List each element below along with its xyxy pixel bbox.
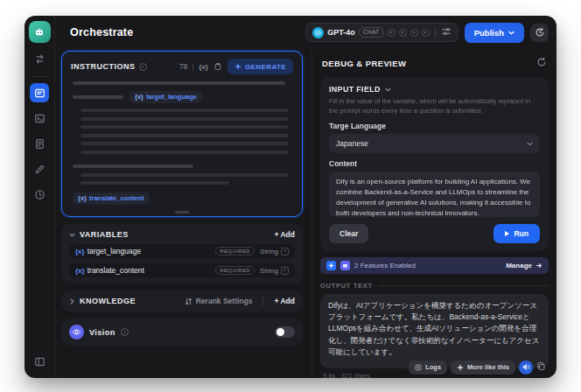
instructions-title: INSTRUCTIONS bbox=[71, 62, 136, 71]
model-capability-icon bbox=[388, 29, 396, 37]
header-divider bbox=[262, 297, 263, 305]
openai-logo-icon bbox=[312, 27, 324, 38]
info-icon: i bbox=[139, 63, 147, 71]
knowledge-title: KNOWLEDGE bbox=[80, 297, 136, 305]
required-badge: REQUIRED bbox=[215, 247, 255, 256]
variable-type: String bbox=[260, 267, 278, 275]
app-window: Orchestrate GPT-4o CHAT bbox=[24, 16, 556, 378]
copy-prompt-icon[interactable] bbox=[214, 59, 222, 74]
input-field-description: Fill in the value of the variable, which… bbox=[329, 97, 540, 116]
variable-row[interactable]: {x} target_language REQUIRED String bbox=[69, 244, 295, 258]
tool-divider bbox=[192, 63, 193, 71]
model-capability-icon bbox=[422, 29, 430, 37]
manage-features-button[interactable]: Manage bbox=[506, 262, 542, 270]
variable-row[interactable]: {x} translate_content REQUIRED String bbox=[69, 263, 295, 277]
page-title: Orchestrate bbox=[70, 26, 133, 38]
output-text-title: OUTPUT TEXT bbox=[320, 282, 373, 290]
copy-output-icon[interactable] bbox=[536, 360, 546, 374]
publish-label: Publish bbox=[474, 28, 504, 38]
variable-name: translate_content bbox=[88, 266, 144, 275]
model-capability-icon bbox=[410, 29, 418, 37]
chevron-down-icon bbox=[527, 142, 533, 146]
chevron-down-icon[interactable] bbox=[385, 88, 391, 92]
vision-label: Vision bbox=[89, 328, 116, 337]
variable-token: {x} bbox=[75, 267, 85, 275]
debug-preview-title: DEBUG & PREVIEW bbox=[322, 59, 406, 68]
variable-token: {x} bbox=[75, 248, 85, 256]
variable-name: target_language bbox=[88, 247, 141, 256]
variable-chip-translate-content[interactable]: {x}translate_content bbox=[73, 192, 150, 205]
generate-button[interactable]: GENERATE bbox=[228, 59, 293, 74]
run-label: Run bbox=[514, 229, 528, 238]
add-variable-button[interactable]: + Add bbox=[274, 230, 295, 239]
output-divider bbox=[379, 285, 549, 286]
app-logo-robot-icon[interactable] bbox=[29, 21, 51, 43]
more-like-this-button[interactable]: More like this bbox=[451, 360, 515, 374]
insert-variable-button[interactable]: {x} bbox=[199, 63, 208, 71]
sidebar-item-orchestrate[interactable] bbox=[30, 83, 49, 102]
logs-button[interactable]: Logs bbox=[409, 360, 447, 374]
version-history-icon[interactable] bbox=[530, 24, 549, 42]
clear-button[interactable]: Clear bbox=[329, 224, 368, 243]
variable-type: String bbox=[260, 248, 278, 256]
required-badge: REQUIRED bbox=[215, 266, 255, 275]
chevron-down-icon[interactable] bbox=[69, 233, 75, 237]
publish-button[interactable]: Publish bbox=[465, 23, 524, 43]
selected-language: Japanese bbox=[336, 139, 368, 148]
nav-rail bbox=[24, 16, 55, 378]
rerank-icon bbox=[185, 298, 192, 305]
rerank-settings-button[interactable]: Rerank Settings bbox=[185, 297, 253, 305]
feature-sparkle-icon bbox=[326, 261, 336, 270]
sparkle-icon bbox=[234, 63, 242, 70]
collapse-panel-icon[interactable] bbox=[30, 352, 49, 371]
feature-agent-icon bbox=[340, 261, 350, 270]
swap-model-icon[interactable] bbox=[30, 49, 49, 68]
main-area: Orchestrate GPT-4o CHAT bbox=[55, 16, 556, 378]
char-count: 78 bbox=[179, 62, 187, 71]
instructions-editor[interactable]: INSTRUCTIONS i 78 {x} GENERATE bbox=[61, 51, 303, 217]
features-enabled-bar[interactable]: 2 Features Enabled Manage bbox=[320, 257, 549, 274]
rail-divider bbox=[32, 76, 46, 77]
model-mode-badge: CHAT bbox=[359, 27, 384, 38]
run-button[interactable]: Run bbox=[494, 224, 540, 243]
content-label: Content bbox=[329, 159, 540, 168]
model-name: GPT-4o bbox=[327, 28, 355, 37]
generate-label: GENERATE bbox=[245, 63, 286, 71]
variable-settings-icon[interactable] bbox=[281, 248, 289, 256]
debug-preview-pane: DEBUG & PREVIEW INPUT FIELD Fill in the … bbox=[312, 49, 556, 378]
sidebar-item-preview[interactable] bbox=[30, 108, 49, 128]
orchestrate-pane: INSTRUCTIONS i 78 {x} GENERATE bbox=[55, 49, 312, 378]
target-language-select[interactable]: Japanese bbox=[329, 134, 540, 153]
input-field-title: INPUT FIELD bbox=[329, 85, 381, 94]
variable-settings-icon[interactable] bbox=[281, 267, 289, 275]
pill-divider bbox=[435, 28, 436, 38]
vision-eye-icon bbox=[69, 325, 84, 340]
arrow-right-icon bbox=[536, 262, 542, 269]
model-selector[interactable]: GPT-4o CHAT bbox=[305, 23, 458, 42]
info-icon: i bbox=[121, 328, 129, 336]
add-knowledge-button[interactable]: + Add bbox=[274, 297, 295, 305]
variables-title: VARIABLES bbox=[80, 230, 129, 239]
variables-section: VARIABLES + Add {x} target_language REQU… bbox=[61, 224, 303, 284]
input-field-card: INPUT FIELD Fill in the value of the var… bbox=[320, 77, 549, 251]
sidebar-item-monitoring[interactable] bbox=[30, 185, 49, 204]
chevron-right-icon[interactable] bbox=[70, 298, 74, 304]
sparkle-icon bbox=[457, 364, 464, 371]
resize-handle[interactable] bbox=[175, 211, 189, 214]
features-enabled-text: 2 Features Enabled bbox=[354, 262, 416, 270]
prompt-redacted-text: {x}target_language {x}translate_content bbox=[71, 74, 293, 211]
topbar: Orchestrate GPT-4o CHAT bbox=[55, 16, 556, 49]
chevron-down-icon bbox=[508, 31, 514, 35]
vision-toggle[interactable] bbox=[275, 326, 295, 338]
target-language-label: Targe Language bbox=[329, 122, 540, 130]
sidebar-item-logs[interactable] bbox=[30, 134, 49, 153]
sidebar-item-annotation[interactable] bbox=[30, 159, 49, 178]
text-to-speech-button[interactable] bbox=[519, 360, 533, 374]
output-stats: 5.8s · 321 chars bbox=[323, 360, 370, 378]
content-textarea[interactable]: Dify is an open-source platform for buil… bbox=[329, 172, 540, 217]
output-text-bubble: Difyは、AIアプリケーションを構築するためのオープンソースプラットフォームで… bbox=[320, 294, 549, 368]
variable-chip-target-language[interactable]: {x}target_language bbox=[130, 91, 202, 103]
speaker-icon bbox=[522, 363, 530, 371]
model-params-icon[interactable] bbox=[441, 24, 452, 40]
refresh-icon[interactable] bbox=[536, 55, 547, 71]
